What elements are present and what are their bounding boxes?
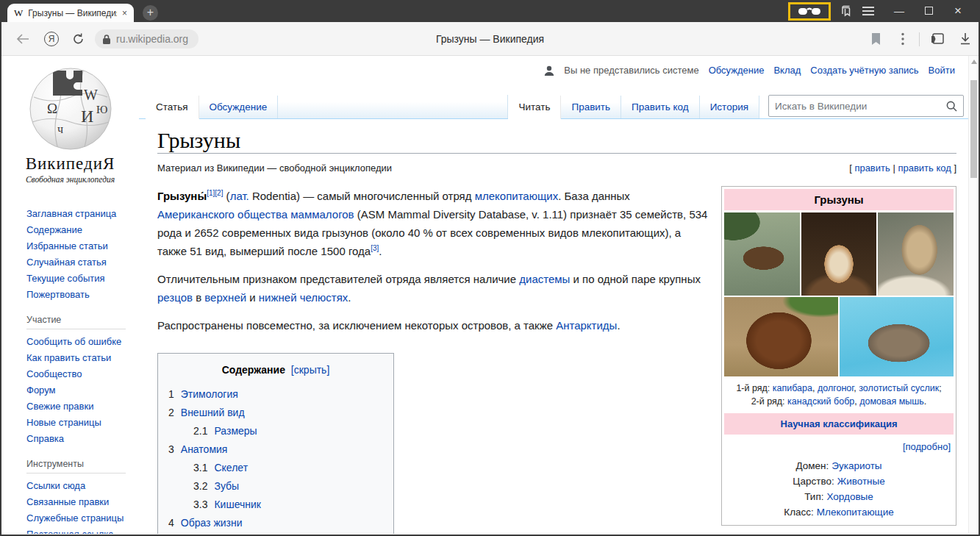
reload-button[interactable] <box>72 32 85 45</box>
details-link[interactable]: [подробно] <box>903 441 951 452</box>
bookmark-flag-icon[interactable] <box>871 33 881 45</box>
toc-link[interactable]: Образ жизни <box>181 517 243 529</box>
article-link[interactable]: править <box>854 162 890 174</box>
taxonomy-value-link[interactable]: Эукариоты <box>831 460 881 471</box>
sidebar-link[interactable]: Связанные правки <box>26 496 109 507</box>
sidebar-link[interactable]: Заглавная страница <box>26 208 116 219</box>
new-tab-button[interactable]: + <box>143 5 158 21</box>
wiki-tab[interactable]: Править <box>561 96 621 118</box>
toc-item: 2Внешний вид <box>168 404 383 422</box>
sidebar-link[interactable]: Справка <box>26 433 64 444</box>
menu-icon[interactable] <box>862 4 874 18</box>
page-scrollbar[interactable] <box>968 56 979 534</box>
close-window-button[interactable]: × <box>943 4 973 18</box>
article-link[interactable]: править код <box>898 162 951 174</box>
toc-item: 4.1Питание <box>168 532 383 534</box>
personal-link[interactable]: Создать учётную запись <box>810 65 918 76</box>
scroll-up-arrow[interactable] <box>971 60 977 64</box>
wiki-sidebar: W Ω И ч Ю ВикипедиЯ Свободная энциклопед… <box>1 56 139 534</box>
lock-icon <box>102 34 111 45</box>
sidebar-link[interactable]: Случайная статья <box>26 257 107 268</box>
minimize-button[interactable]: — <box>884 5 914 17</box>
sidebar-link[interactable]: Содержание <box>26 224 82 235</box>
sidebar-link[interactable]: Пожертвовать <box>26 289 90 300</box>
toc-link[interactable]: Анатомия <box>181 443 228 455</box>
article-link[interactable]: долгоног <box>818 383 854 393</box>
golden-ground-squirrel-photo[interactable] <box>878 212 954 296</box>
personal-link[interactable]: Обсуждение <box>709 65 765 76</box>
sidebar-link[interactable]: Сообщить об ошибке <box>26 336 121 347</box>
wikipedia-logo[interactable]: W Ω И ч Ю <box>1 62 139 153</box>
article-link[interactable]: диастемы <box>519 273 570 285</box>
article-link[interactable]: капибара <box>773 383 812 393</box>
article-link[interactable]: лат. <box>230 190 249 202</box>
reference-link[interactable]: [1] <box>207 189 215 197</box>
sidebar-link[interactable]: Текущие события <box>26 273 105 284</box>
toc-link[interactable]: Размеры <box>214 425 257 437</box>
sidebar-link[interactable]: Избранные статьи <box>26 240 108 251</box>
sidebar-link[interactable]: Свежие правки <box>26 401 93 412</box>
sidebar-item: Форум <box>26 382 139 399</box>
house-mouse-photo[interactable] <box>840 297 954 376</box>
article-link[interactable]: канадский бобр <box>787 396 854 407</box>
wiki-tab[interactable]: Править код <box>621 96 700 118</box>
login-status-text: Вы не представились системе <box>564 65 698 76</box>
toc-hide-link[interactable]: [скрыть] <box>291 364 329 376</box>
toc-link[interactable]: Внешний вид <box>181 407 245 418</box>
wiki-tab[interactable]: Читать <box>508 96 561 119</box>
download-icon[interactable] <box>959 32 971 46</box>
taxonomy-value-link[interactable]: Млекопитающие <box>817 507 894 518</box>
wiki-search-box[interactable] <box>768 95 964 117</box>
article-link[interactable]: резцов <box>157 291 193 304</box>
wiki-tab[interactable]: История <box>700 96 759 118</box>
article-link[interactable]: домовая мышь <box>859 396 924 407</box>
scrollbar-thumb[interactable] <box>970 80 977 178</box>
taxonomy-value-link[interactable]: Хордовые <box>826 491 873 502</box>
yandex-button[interactable]: Я <box>44 32 59 46</box>
reference-link[interactable]: [3] <box>371 244 379 252</box>
article-link[interactable]: Американского общества маммалогов <box>157 208 354 221</box>
wiki-search-input[interactable] <box>775 101 946 112</box>
article-link[interactable]: млекопитающих <box>475 190 559 202</box>
toc-link[interactable]: Кишечник <box>214 499 261 510</box>
toc-link[interactable]: Этимология <box>181 388 238 400</box>
reference-link[interactable]: [2] <box>215 189 223 197</box>
sidebar-link[interactable]: Постоянная ссылка <box>26 529 114 534</box>
article-link[interactable]: золотистый суслик <box>859 383 939 393</box>
article-link[interactable]: Антарктиды <box>556 319 617 332</box>
toc-item: 3Анатомия <box>168 440 383 459</box>
toc-link[interactable]: Скелет <box>214 462 248 474</box>
personal-link[interactable]: Войти <box>929 65 955 76</box>
tab-close-icon[interactable]: × <box>122 8 127 18</box>
taxonomy-value-link[interactable]: Животные <box>837 476 885 487</box>
toc-link[interactable]: Зубы <box>214 480 239 492</box>
classification-header-link[interactable]: Научная классификация <box>781 418 898 429</box>
article-link[interactable]: верхней <box>204 291 246 304</box>
springhare-photo[interactable] <box>801 212 877 296</box>
url-field[interactable]: ru.wikipedia.org <box>95 29 198 49</box>
browser-tab[interactable]: W Грызуны — Википедия × <box>7 4 134 22</box>
sidebar-panel-icon[interactable] <box>840 5 852 18</box>
maximize-button[interactable] <box>914 5 943 17</box>
incognito-glasses-highlight[interactable] <box>788 2 831 21</box>
taxobox-caption: 1-й ряд: капибара, долгоног, золотистый … <box>729 382 949 408</box>
personal-link[interactable]: Вклад <box>773 65 801 76</box>
sidebar-link[interactable]: Служебные страницы <box>26 512 124 524</box>
collections-icon[interactable] <box>929 32 946 46</box>
back-button[interactable] <box>16 34 29 44</box>
search-icon[interactable] <box>946 101 957 112</box>
wiki-tab[interactable]: Статья <box>146 96 199 119</box>
more-options-icon[interactable] <box>901 32 904 46</box>
svg-text:W: W <box>84 87 98 103</box>
wiki-tab[interactable]: Обсуждение <box>199 96 279 118</box>
canadian-beaver-photo[interactable] <box>724 297 838 376</box>
sidebar-link[interactable]: Сообщество <box>26 368 82 379</box>
article-link[interactable]: нижней челюстях <box>259 291 348 304</box>
sidebar-link[interactable]: Новые страницы <box>26 417 101 428</box>
classification-header: Научная классификация <box>724 413 954 435</box>
capybara-photo[interactable] <box>724 212 800 296</box>
sidebar-link[interactable]: Как править статьи <box>26 352 111 363</box>
tab-strip-spacer <box>278 95 508 118</box>
sidebar-link[interactable]: Форум <box>26 385 56 396</box>
sidebar-link[interactable]: Ссылки сюда <box>26 480 85 491</box>
